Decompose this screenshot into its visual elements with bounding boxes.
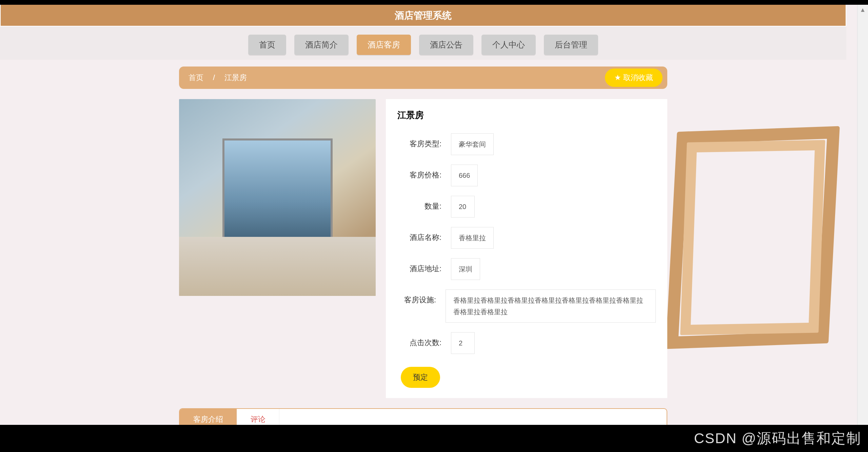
watermark-text: CSDN @源码出售和定制 [694,429,861,448]
main-nav: 首页 酒店简介 酒店客房 酒店公告 个人中心 后台管理 [0,26,846,60]
app-header: 酒店管理系统 [0,5,846,26]
breadcrumb: 首页 / 江景房 ★ 取消收藏 [179,67,667,89]
top-black-bar [0,0,868,5]
field-label: 客房设施: [397,289,436,305]
field-label: 数量: [397,196,441,211]
nav-rooms[interactable]: 酒店客房 [357,35,411,55]
breadcrumb-sep: / [213,73,215,82]
field-label: 点击次数: [397,332,441,348]
field-hotel-addr: 酒店地址: 深圳 [397,258,656,280]
book-button[interactable]: 预定 [401,367,440,388]
star-icon: ★ [614,73,621,82]
vertical-scrollbar[interactable]: ▲ [857,5,868,452]
cancel-favorite-button[interactable]: ★ 取消收藏 [605,69,663,87]
field-label: 酒店地址: [397,258,441,274]
nav-about[interactable]: 酒店简介 [294,35,349,55]
field-value: 豪华套间 [451,133,494,155]
app-title: 酒店管理系统 [395,10,452,21]
breadcrumb-home-link[interactable]: 首页 [189,73,203,83]
field-label: 客房价格: [397,165,441,180]
field-room-type: 客房类型: 豪华套间 [397,133,656,155]
nav-home[interactable]: 首页 [248,35,286,55]
field-value: 20 [451,196,475,218]
room-image [179,99,376,296]
room-detail-row: 江景房 客房类型: 豪华套间 客房价格: 666 数量: 20 酒店名称: 香格… [179,99,667,398]
field-click-count: 点击次数: 2 [397,332,656,354]
room-detail-panel: 江景房 客房类型: 豪华套间 客房价格: 666 数量: 20 酒店名称: 香格… [386,99,667,398]
field-value: 香格里拉 [451,227,494,249]
decorative-frame [671,129,834,346]
nav-admin[interactable]: 后台管理 [544,35,598,55]
scroll-up-arrow[interactable]: ▲ [857,5,868,15]
page-canvas: 首页 / 江景房 ★ 取消收藏 江景房 客房类型: 豪华套间 客房价格: 666 [0,67,846,449]
field-room-price: 客房价格: 666 [397,165,656,186]
nav-notice[interactable]: 酒店公告 [419,35,473,55]
watermark-bar: CSDN @源码出售和定制 [0,425,868,452]
field-label: 酒店名称: [397,227,441,243]
field-value: 香格里拉香格里拉香格里拉香格里拉香格里拉香格里拉香格里拉香格里拉香格里拉 [446,289,656,323]
field-value: 深圳 [451,258,480,280]
field-value: 2 [451,332,475,354]
breadcrumb-current: 江景房 [224,73,247,83]
fav-label: 取消收藏 [623,73,653,83]
nav-profile[interactable]: 个人中心 [481,35,536,55]
field-room-qty: 数量: 20 [397,196,656,218]
field-label: 客房类型: [397,133,441,149]
room-title: 江景房 [397,109,656,121]
field-hotel-name: 酒店名称: 香格里拉 [397,227,656,249]
field-room-facility: 客房设施: 香格里拉香格里拉香格里拉香格里拉香格里拉香格里拉香格里拉香格里拉香格… [397,289,656,323]
content-wrap: 首页 / 江景房 ★ 取消收藏 江景房 客房类型: 豪华套间 客房价格: 666 [179,67,667,449]
field-value: 666 [451,165,478,186]
